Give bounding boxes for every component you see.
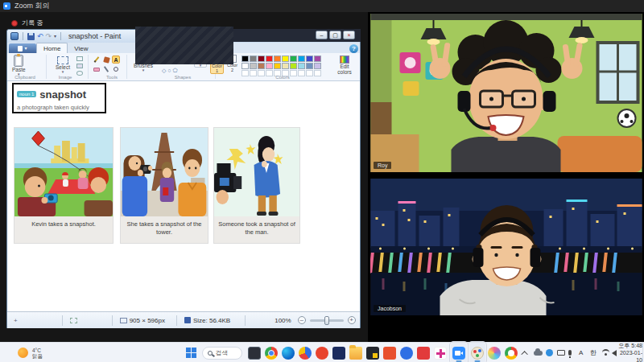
pencil-tool[interactable] xyxy=(93,56,101,64)
participant-tile-1[interactable]: Roy xyxy=(370,14,642,172)
palette-swatch[interactable] xyxy=(266,56,273,62)
palette-swatch-empty[interactable] xyxy=(250,70,257,76)
palette-swatch[interactable] xyxy=(290,56,297,62)
zoom-slider[interactable] xyxy=(310,319,344,322)
palette-row-1 xyxy=(242,56,321,62)
palette-swatch[interactable] xyxy=(258,63,265,69)
separator xyxy=(60,32,61,40)
qat-dropdown-icon[interactable]: ▾ xyxy=(54,35,56,38)
close-button[interactable]: × xyxy=(343,31,355,39)
chrome-icon[interactable] xyxy=(265,343,278,362)
palette-row-2 xyxy=(242,63,321,69)
save-icon[interactable] xyxy=(27,33,35,40)
tray-expand-chevron[interactable] xyxy=(523,343,528,362)
eraser-tool[interactable] xyxy=(93,65,101,73)
palette-swatch[interactable] xyxy=(250,63,257,69)
zoom-out-button[interactable]: – xyxy=(298,316,306,324)
participant-video-2 xyxy=(370,179,642,315)
redo-icon[interactable]: ↷ xyxy=(46,33,52,40)
paint-logo-icon xyxy=(10,32,19,40)
palette-swatch-empty[interactable] xyxy=(258,70,265,76)
help-icon[interactable]: ? xyxy=(349,44,358,53)
palette-swatch-empty[interactable] xyxy=(306,70,313,76)
speaker-icon[interactable] xyxy=(612,343,617,362)
palette-swatch[interactable] xyxy=(274,63,281,69)
crop-icon[interactable] xyxy=(76,56,83,61)
select-button[interactable]: Select ▾ xyxy=(51,55,75,73)
palette-swatch[interactable] xyxy=(298,63,305,69)
palette-swatch[interactable] xyxy=(258,56,265,62)
disk-icon xyxy=(184,317,191,323)
paste-button[interactable]: Paste ▾ xyxy=(12,55,26,76)
palette-swatch-empty[interactable] xyxy=(314,70,321,76)
recording-label: 기록 중 xyxy=(22,19,43,27)
blue-circle-app-icon[interactable] xyxy=(400,343,413,362)
media-app-icon[interactable] xyxy=(488,343,501,362)
magenta-plus-app-icon[interactable] xyxy=(434,343,447,362)
palette-swatch[interactable] xyxy=(242,56,249,62)
clock[interactable]: 오후 5:48 2023-01-10 xyxy=(618,343,642,362)
red-circle-app-icon[interactable] xyxy=(316,343,328,362)
paint-taskbar-icon[interactable] xyxy=(469,343,485,362)
ime-latin-indicator[interactable]: A xyxy=(579,343,583,362)
palette-swatch[interactable] xyxy=(266,63,273,69)
zoom-app-icon xyxy=(3,2,10,10)
onedrive-cloud-icon[interactable] xyxy=(534,343,543,362)
tray-blue-app-icon[interactable] xyxy=(546,343,553,362)
example-image-eiffel-tower xyxy=(121,128,208,216)
definition-text: a photograph taken quickly xyxy=(17,104,101,111)
palette-swatch[interactable] xyxy=(306,56,313,62)
wifi-icon[interactable] xyxy=(602,343,609,362)
undo-icon[interactable]: ↶ xyxy=(37,33,43,40)
file-explorer-icon[interactable] xyxy=(349,343,362,362)
red-square-app-icon[interactable] xyxy=(417,343,430,362)
palette-swatch[interactable] xyxy=(282,63,289,69)
palette-swatch[interactable] xyxy=(306,63,313,69)
recording-indicator[interactable]: 기록 중 xyxy=(11,19,43,27)
group-separator xyxy=(46,55,47,79)
fill-tool[interactable] xyxy=(102,56,110,64)
zoom-slider-thumb[interactable] xyxy=(324,316,329,325)
microphone-icon[interactable] xyxy=(568,343,572,362)
group-separator xyxy=(126,55,127,79)
photos-dark-app-icon[interactable] xyxy=(366,343,379,362)
start-button[interactable] xyxy=(186,343,196,362)
palette-swatch[interactable] xyxy=(290,63,297,69)
tab-view[interactable]: View xyxy=(68,43,94,53)
palette-swatch[interactable] xyxy=(298,56,305,62)
maximize-button[interactable]: ▢ xyxy=(329,31,341,39)
zoom-taskbar-icon[interactable] xyxy=(451,343,467,362)
resize-icon[interactable] xyxy=(76,64,83,68)
palette-swatch[interactable] xyxy=(274,56,281,62)
palette-swatch[interactable] xyxy=(250,56,257,62)
magnifier-tool[interactable] xyxy=(112,65,120,73)
tab-home[interactable]: Home xyxy=(36,43,68,53)
palette-swatch[interactable] xyxy=(314,56,321,62)
navy-app-icon[interactable] xyxy=(332,343,345,362)
color-picker-tool[interactable] xyxy=(102,65,110,73)
edit-colors-button[interactable]: Edit colors xyxy=(332,56,357,75)
chrome-profile-icon[interactable] xyxy=(505,343,518,362)
palette-swatch[interactable] xyxy=(282,56,289,62)
ime-korean-indicator[interactable]: 한 xyxy=(590,343,597,362)
file-menu-button[interactable]: ▾ xyxy=(9,43,36,53)
palette-swatch-empty[interactable] xyxy=(242,70,249,76)
paint-canvas[interactable]: noun 1snapshot a photograph taken quickl… xyxy=(8,81,360,311)
palette-swatch[interactable] xyxy=(314,63,321,69)
orange-office-app-icon[interactable] xyxy=(383,343,396,362)
weather-widget[interactable]: 4°C 맑음 xyxy=(18,343,43,362)
text-tool-selected[interactable]: A xyxy=(112,56,120,64)
minimize-button[interactable]: – xyxy=(316,31,328,39)
task-view-button[interactable] xyxy=(248,343,261,362)
zoom-in-button[interactable]: + xyxy=(348,316,356,324)
participant-tile-2[interactable]: Jacobson xyxy=(370,179,642,315)
browser-app-icon[interactable] xyxy=(299,343,312,362)
search-box[interactable]: 검색 xyxy=(202,343,242,362)
palette-swatch[interactable] xyxy=(242,63,249,69)
edge-icon[interactable] xyxy=(282,343,295,362)
display-icon[interactable] xyxy=(557,343,565,362)
weather-temp: 4°C xyxy=(32,348,43,353)
word-card: noun 1snapshot a photograph taken quickl… xyxy=(12,83,106,113)
shapes-samples[interactable]: ◇ ○ ⬠ xyxy=(162,68,210,74)
image-small-buttons[interactable] xyxy=(76,56,83,76)
